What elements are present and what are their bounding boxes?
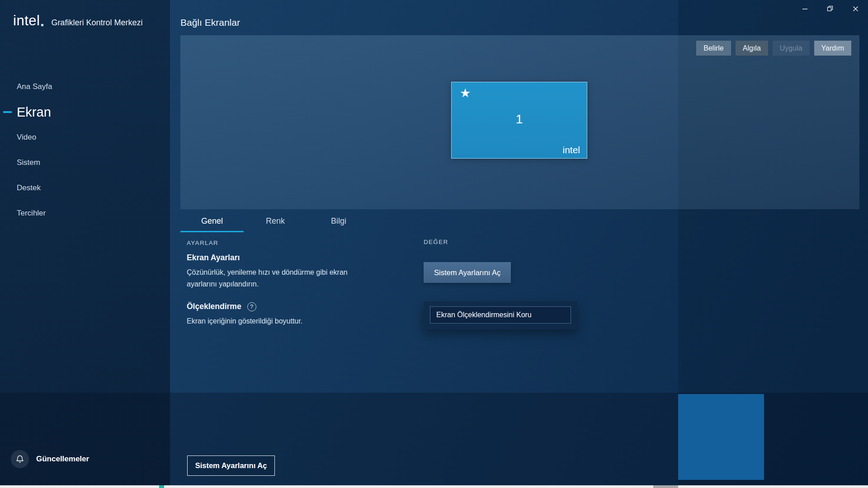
tab-label: Renk bbox=[266, 216, 285, 226]
display-arrangement-panel: Belirle Algıla Uygula Yardım ★ 1 intel bbox=[180, 35, 859, 209]
restore-icon bbox=[827, 5, 833, 12]
sidebar-item-label: Sistem bbox=[17, 158, 40, 167]
sidebar-item-label: Tercihler bbox=[17, 209, 46, 218]
window-controls bbox=[792, 0, 868, 17]
close-icon bbox=[853, 6, 859, 12]
minimize-icon bbox=[802, 6, 808, 12]
detect-button[interactable]: Algıla bbox=[736, 41, 768, 56]
display-panel-actions: Belirle Algıla Uygula Yardım bbox=[696, 41, 851, 56]
sidebar-item-label: Video bbox=[17, 133, 36, 142]
apply-button: Uygula bbox=[773, 41, 810, 56]
tab-genel[interactable]: Genel bbox=[180, 211, 244, 232]
background-decor-square bbox=[678, 394, 764, 480]
setting-title-ekran-ayarlari: Ekran Ayarları bbox=[187, 253, 377, 263]
setting-title-text: Ölçeklendirme bbox=[187, 302, 241, 311]
intel-logo: intel bbox=[13, 13, 40, 29]
sidebar-item-ekran[interactable]: Ekran bbox=[0, 99, 170, 125]
minimize-button[interactable] bbox=[792, 0, 817, 17]
setting-title-olceklendirme: Ölçeklendirme ? bbox=[187, 302, 302, 311]
sidebar-item-ana-sayfa[interactable]: Ana Sayfa bbox=[0, 74, 170, 99]
tab-label: Genel bbox=[201, 216, 223, 226]
sidebar-item-label: Destek bbox=[17, 183, 41, 192]
sidebar-nav: Ana Sayfa Ekran Video Sistem Destek Terc… bbox=[0, 74, 170, 226]
help-icon[interactable]: ? bbox=[247, 302, 256, 311]
page-title: Bağlı Ekranlar bbox=[180, 17, 240, 28]
brand-header: intel Grafikleri Kontrol Merkezi bbox=[13, 13, 142, 29]
taskbar-gray-segment bbox=[653, 485, 678, 488]
open-system-settings-button[interactable]: Sistem Ayarlarını Aç bbox=[424, 262, 511, 283]
column-headers: AYARLAR DEĞER bbox=[187, 239, 218, 247]
display-number: 1 bbox=[452, 112, 587, 127]
active-item-indicator bbox=[3, 111, 12, 113]
setting-description: Ekran içeriğinin gösterildiği boyuttur. bbox=[187, 315, 302, 327]
sidebar-item-label: Ekran bbox=[17, 105, 51, 120]
primary-display-star-icon: ★ bbox=[460, 86, 471, 100]
setting-description: Çözünürlük, yenileme hızı ve döndürme gi… bbox=[187, 267, 377, 290]
sidebar-item-tercihler[interactable]: Tercihler bbox=[0, 201, 170, 226]
scaling-dropdown-value[interactable]: Ekran Ölçeklendirmesini Koru bbox=[430, 306, 571, 324]
sidebar: intel Grafikleri Kontrol Merkezi Ana Say… bbox=[0, 0, 170, 488]
setting-row-display-settings: Ekran Ayarları Çözünürlük, yenileme hızı… bbox=[187, 253, 377, 290]
updates-button[interactable]: Güncellemeler bbox=[11, 450, 89, 468]
tab-bilgi[interactable]: Bilgi bbox=[307, 211, 370, 232]
display-intel-brand: intel bbox=[562, 145, 580, 155]
tab-renk[interactable]: Renk bbox=[244, 211, 307, 232]
identify-button[interactable]: Belirle bbox=[696, 41, 731, 56]
restore-button[interactable] bbox=[817, 0, 843, 17]
scaling-dropdown-label: Ekran Ölçeklendirmesini Koru bbox=[436, 311, 532, 319]
setting-title-text: Ekran Ayarları bbox=[187, 253, 240, 263]
taskbar-accent-mark bbox=[159, 485, 164, 488]
column-header-deger: DEĞER bbox=[424, 239, 448, 245]
updates-label: Güncellemeler bbox=[36, 455, 89, 464]
settings-tabs: Genel Renk Bilgi bbox=[180, 211, 370, 232]
tab-label: Bilgi bbox=[331, 216, 346, 226]
column-header-ayarlar: AYARLAR bbox=[187, 239, 218, 246]
display-1-tile[interactable]: ★ 1 intel bbox=[451, 82, 587, 159]
sidebar-item-label: Ana Sayfa bbox=[17, 82, 52, 91]
setting-row-scaling: Ölçeklendirme ? Ekran içeriğinin gösteri… bbox=[187, 302, 302, 327]
scaling-dropdown[interactable]: Ekran Ölçeklendirmesini Koru bbox=[424, 301, 577, 329]
bell-icon bbox=[11, 450, 29, 468]
sidebar-item-video[interactable]: Video bbox=[0, 125, 170, 150]
sidebar-item-sistem[interactable]: Sistem bbox=[0, 150, 170, 175]
intel-logo-dot bbox=[41, 24, 43, 26]
intel-graphics-command-center-window: intel Grafikleri Kontrol Merkezi Ana Say… bbox=[0, 0, 868, 488]
open-system-settings-bottom-button[interactable]: Sistem Ayarlarını Aç bbox=[187, 455, 275, 476]
close-button[interactable] bbox=[843, 0, 868, 17]
app-title: Grafikleri Kontrol Merkezi bbox=[51, 18, 142, 28]
sidebar-item-destek[interactable]: Destek bbox=[0, 175, 170, 201]
help-button[interactable]: Yardım bbox=[814, 41, 851, 56]
taskbar-edge bbox=[0, 485, 868, 488]
